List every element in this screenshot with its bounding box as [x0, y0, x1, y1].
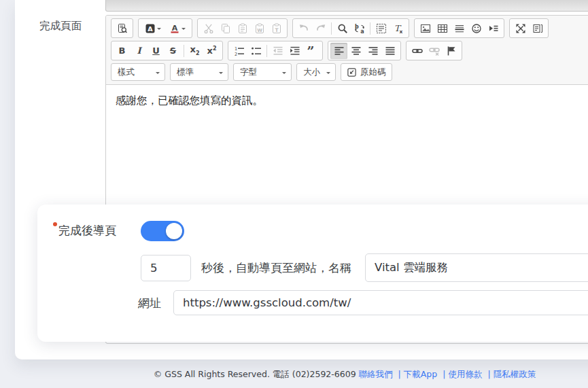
toolbar-group: baTx: [292, 18, 409, 38]
unlink-icon: [429, 46, 440, 56]
redirect-toggle[interactable]: [141, 221, 184, 241]
paragraph-format-dropdown-label: 標準: [177, 67, 219, 78]
italic-icon: I: [137, 46, 141, 55]
bold-button[interactable]: B: [114, 43, 131, 59]
toolbar-row-2: BIUSx2x212”: [111, 41, 588, 60]
chevron-down-icon: [157, 28, 161, 32]
superscript-icon: x2: [207, 46, 217, 55]
form-field-label: 完成頁面: [39, 19, 82, 33]
footer-link[interactable]: 隱私權政策: [494, 369, 536, 379]
preview-icon: [117, 23, 128, 34]
toolbar-group: [509, 18, 549, 38]
preview-button[interactable]: [114, 20, 131, 37]
replace-icon: ba: [354, 23, 365, 34]
replace-button[interactable]: ba: [351, 20, 368, 37]
table-button[interactable]: [434, 20, 451, 37]
show-blocks-button[interactable]: [529, 20, 546, 37]
blockquote-icon: ”: [307, 46, 317, 56]
redo-button: [312, 20, 329, 37]
find-icon: [337, 23, 348, 34]
bold-icon: B: [119, 46, 126, 55]
strikethrough-button[interactable]: S: [165, 43, 181, 59]
link-button[interactable]: [409, 43, 426, 59]
styles-dropdown-label: 樣式: [118, 67, 156, 78]
font-dropdown[interactable]: 字型: [233, 63, 292, 81]
maximize-button[interactable]: [512, 20, 529, 37]
redo-icon: [315, 23, 326, 34]
background-color-button[interactable]: A: [141, 20, 165, 37]
bulleted-list-button[interactable]: [247, 43, 264, 59]
align-right-button[interactable]: [364, 43, 381, 59]
unlink-button: [426, 43, 443, 59]
text-color-button[interactable]: A: [165, 20, 190, 37]
toolbar-group: 12”: [228, 41, 323, 60]
paste-icon: [237, 23, 248, 34]
redirect-settings-card: 完成後導頁 秒後，自動導頁至網站，名稱 網址: [37, 205, 588, 342]
superscript-button[interactable]: x2: [203, 43, 220, 59]
underline-button[interactable]: U: [148, 43, 165, 59]
page-break-button[interactable]: [485, 20, 502, 37]
cut-icon: [203, 23, 214, 34]
link-icon: [412, 46, 423, 56]
justify-button[interactable]: [381, 43, 398, 59]
anchor-icon: [446, 46, 457, 56]
chevron-down-icon: [219, 72, 223, 76]
paste-button: [234, 20, 251, 37]
chevron-down-icon: [156, 72, 160, 76]
redirect-seconds-input[interactable]: [141, 255, 191, 281]
required-marker: [53, 222, 57, 226]
toolbar-group: [328, 41, 401, 60]
toggle-knob: [166, 223, 182, 239]
align-center-icon: [351, 46, 362, 56]
footer-link[interactable]: 聯絡我們: [359, 369, 393, 379]
toolbar-group: WT: [197, 18, 288, 38]
align-center-button[interactable]: [347, 43, 364, 59]
smiley-button[interactable]: [468, 20, 485, 37]
remove-format-icon: Tx: [393, 23, 404, 34]
footer-link-separator: |: [487, 369, 490, 379]
smiley-icon: [471, 23, 482, 34]
horizontal-rule-button[interactable]: [451, 20, 468, 37]
chevron-down-icon: [326, 72, 330, 76]
outdent-icon: [273, 46, 283, 56]
maximize-icon: [515, 23, 526, 34]
blockquote-button[interactable]: ”: [303, 43, 320, 59]
toolbar-group: [414, 18, 504, 38]
url-label: 網址: [138, 291, 161, 315]
toolbar-group: [111, 18, 133, 38]
footer-link[interactable]: 使用條款: [448, 369, 482, 379]
find-button[interactable]: [334, 20, 351, 37]
outdent-button: [269, 43, 286, 59]
chevron-down-icon: [181, 28, 186, 32]
undo-icon: [298, 23, 309, 34]
footer-link[interactable]: 下載App: [404, 369, 437, 379]
toolbar-separator: [266, 45, 267, 57]
paste-plain-text-button: T: [268, 20, 285, 37]
footer-links: 聯絡我們 |下載App |使用條款 |隱私權政策: [359, 369, 536, 379]
toolbar-group: [406, 41, 462, 60]
toolbar-row-3: 樣式標準字型大小原始碼: [111, 63, 588, 81]
source-code-button[interactable]: 原始碼: [341, 63, 392, 81]
image-button[interactable]: [417, 20, 434, 37]
strikethrough-icon: S: [170, 46, 176, 55]
indent-button[interactable]: [286, 43, 303, 59]
font-size-dropdown-label: 大小: [303, 67, 326, 78]
undo-button: [295, 20, 312, 37]
url-input[interactable]: [173, 290, 588, 315]
toolbar-separator: [370, 22, 370, 35]
paragraph-format-dropdown[interactable]: 標準: [170, 63, 228, 81]
numbered-list-button[interactable]: 12: [230, 43, 247, 59]
select-all-button[interactable]: [373, 20, 390, 37]
styles-dropdown[interactable]: 樣式: [111, 63, 165, 81]
remove-format-button[interactable]: Tx: [390, 20, 407, 37]
svg-text:a: a: [360, 29, 364, 34]
font-size-dropdown[interactable]: 大小: [296, 63, 336, 81]
anchor-button[interactable]: [443, 43, 460, 59]
page-break-icon: [488, 23, 499, 34]
align-left-icon: [334, 46, 345, 56]
redirect-seconds-text: 秒後，自動導頁至網站，名稱: [201, 255, 351, 281]
italic-button[interactable]: I: [131, 43, 148, 59]
subscript-button[interactable]: x2: [186, 43, 203, 59]
site-name-input[interactable]: [365, 253, 588, 282]
align-left-button[interactable]: [330, 43, 347, 59]
